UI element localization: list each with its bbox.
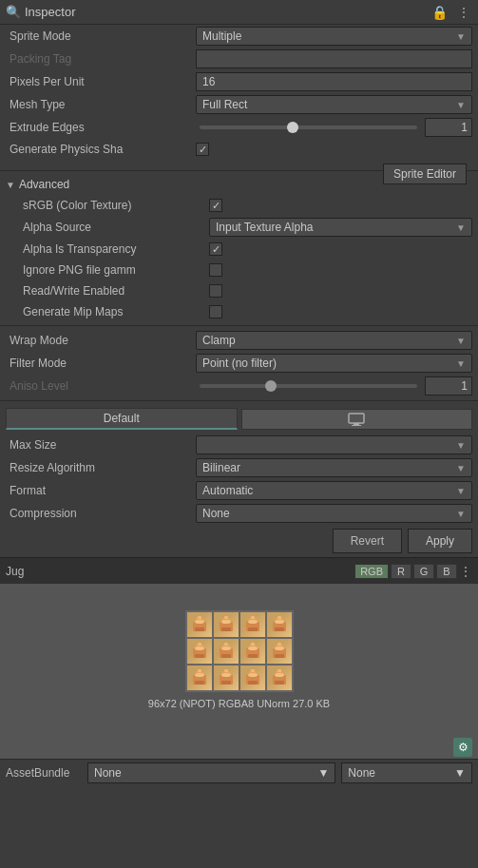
generate-mip-checkbox[interactable]: [209, 305, 222, 318]
svg-rect-20: [277, 616, 281, 619]
revert-button[interactable]: Revert: [333, 529, 402, 553]
format-dropdown[interactable]: Automatic ▼: [196, 481, 472, 500]
menu-button[interactable]: ⋮: [455, 5, 472, 20]
extrude-edges-row: Extrude Edges: [0, 116, 478, 139]
filter-mode-label: Filter Mode: [6, 357, 196, 370]
lock-button[interactable]: 🔒: [430, 5, 449, 20]
mesh-type-dropdown[interactable]: Full Rect ▼: [196, 95, 472, 114]
preview-more-button[interactable]: ⋮: [459, 564, 472, 579]
wrap-mode-value: Clamp ▼: [196, 331, 472, 350]
alpha-transparency-checkbox[interactable]: ✓: [209, 242, 222, 256]
asset-bundle-row: AssetBundle None ▼ None ▼: [0, 759, 478, 785]
wrap-mode-dropdown[interactable]: Clamp ▼: [196, 331, 472, 350]
collapse-arrow-icon: ▼: [6, 180, 15, 190]
generate-physics-label: Generate Physics Sha: [6, 143, 196, 156]
svg-point-22: [275, 620, 284, 624]
asset-bundle-label: AssetBundle: [6, 766, 82, 780]
svg-point-7: [195, 620, 204, 624]
extrude-edges-slider[interactable]: [200, 125, 417, 129]
ignore-gamma-row: Ignore PNG file gamm: [0, 260, 478, 280]
compression-label: Compression: [6, 507, 196, 520]
max-size-row: Max Size ▼: [0, 434, 478, 456]
svg-rect-21: [275, 627, 284, 631]
b-channel-button[interactable]: B: [436, 564, 457, 579]
advanced-section-header[interactable]: ▼ Advanced: [0, 174, 383, 195]
chevron-down-icon: ▼: [456, 100, 466, 110]
sprite-cell-6: [214, 639, 239, 664]
svg-rect-45: [198, 669, 201, 672]
svg-rect-26: [195, 654, 204, 658]
max-size-value: ▼: [196, 435, 472, 454]
chevron-down-icon: ▼: [317, 766, 329, 780]
extrude-edges-input[interactable]: [425, 118, 472, 137]
compression-row: Compression None ▼: [0, 502, 478, 525]
chevron-down-icon: ▼: [456, 336, 466, 346]
aniso-slider[interactable]: [200, 384, 417, 388]
sprite-editor-button[interactable]: Sprite Editor: [383, 164, 467, 184]
packing-tag-value: [196, 49, 472, 68]
ignore-gamma-value: [209, 263, 472, 277]
resize-algorithm-value: Bilinear ▼: [196, 458, 472, 477]
ignore-gamma-checkbox[interactable]: [209, 263, 222, 277]
alpha-source-label: Alpha Source: [19, 221, 209, 234]
alpha-transparency-label: Alpha Is Transparency: [19, 242, 209, 256]
pixels-per-unit-label: Pixels Per Unit: [6, 75, 196, 88]
pixels-per-unit-input[interactable]: [196, 72, 472, 91]
srgb-row: sRGB (Color Texture) ✓: [0, 195, 478, 216]
apply-button[interactable]: Apply: [408, 529, 472, 553]
svg-point-17: [248, 620, 258, 624]
svg-rect-60: [277, 669, 281, 672]
srgb-checkbox[interactable]: ✓: [209, 199, 222, 212]
sprite-mode-dropdown[interactable]: Multiple ▼: [196, 27, 472, 46]
alpha-transparency-value: ✓: [209, 242, 472, 256]
svg-rect-55: [251, 669, 255, 672]
asset-bundle-dropdown-1[interactable]: None ▼: [87, 762, 335, 783]
read-write-label: Read/Write Enabled: [19, 284, 209, 298]
r-channel-button[interactable]: R: [391, 564, 411, 579]
sprite-cell-9: [187, 665, 212, 690]
svg-rect-30: [224, 643, 228, 646]
asset-bundle-dropdown-2[interactable]: None ▼: [341, 762, 472, 783]
alpha-source-dropdown[interactable]: Input Texture Alpha ▼: [209, 218, 472, 237]
compression-dropdown[interactable]: None ▼: [196, 504, 472, 523]
preview-info: 96x72 (NPOT) RGBA8 UNorm 27.0 KB: [148, 698, 330, 709]
svg-rect-61: [275, 681, 284, 685]
max-size-dropdown[interactable]: ▼: [196, 435, 472, 454]
packing-tag-input[interactable]: [196, 49, 472, 68]
tab-monitor[interactable]: [241, 409, 473, 430]
generate-physics-checkbox[interactable]: ✓: [196, 143, 209, 156]
filter-mode-dropdown[interactable]: Point (no filter) ▼: [196, 354, 472, 373]
slider-thumb: [287, 122, 298, 133]
svg-rect-50: [224, 669, 228, 672]
svg-point-47: [195, 673, 204, 677]
svg-rect-36: [248, 654, 258, 658]
tab-default[interactable]: Default: [6, 408, 238, 430]
read-write-checkbox[interactable]: [209, 284, 222, 298]
svg-rect-1: [354, 423, 359, 425]
extrude-edges-value: [196, 118, 472, 137]
format-value: Automatic ▼: [196, 481, 472, 500]
resize-algorithm-row: Resize Algorithm Bilinear ▼: [0, 456, 478, 479]
advanced-section-title: Advanced: [19, 178, 69, 191]
resize-algorithm-dropdown[interactable]: Bilinear ▼: [196, 458, 472, 477]
separator-3: [0, 400, 478, 401]
preview-settings-button[interactable]: ⚙: [453, 738, 472, 757]
aniso-level-label: Aniso Level: [6, 379, 196, 393]
mesh-type-row: Mesh Type Full Rect ▼: [0, 93, 478, 116]
read-write-row: Read/Write Enabled: [0, 280, 478, 301]
rgb-channel-button[interactable]: RGB: [354, 564, 389, 579]
chevron-down-icon: ▼: [456, 222, 466, 233]
svg-rect-51: [221, 681, 231, 685]
svg-point-32: [221, 646, 231, 650]
svg-point-42: [275, 646, 284, 650]
aniso-input[interactable]: [425, 376, 472, 395]
svg-rect-31: [221, 654, 231, 658]
platform-tabs: Default: [0, 404, 478, 434]
svg-point-27: [195, 646, 204, 650]
packing-tag-row: Packing Tag: [0, 48, 478, 70]
sprite-cell-8: [267, 639, 292, 664]
svg-rect-40: [277, 643, 281, 646]
preview-bottom-bar: Jug RGB R G B ⋮: [0, 557, 478, 584]
aniso-level-row: Aniso Level: [0, 375, 478, 397]
g-channel-button[interactable]: G: [413, 564, 434, 579]
